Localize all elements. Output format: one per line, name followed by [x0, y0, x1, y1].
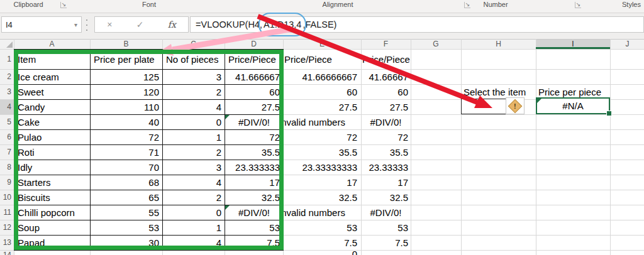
- cell-E9[interactable]: 17: [283, 175, 357, 190]
- cell-C11[interactable]: 0: [163, 205, 225, 220]
- cell-F1[interactable]: Price/Piece: [362, 49, 411, 69]
- cell-B7[interactable]: 71: [91, 145, 163, 160]
- cell-H4-input[interactable]: [461, 99, 506, 114]
- cell-C8[interactable]: 3: [163, 160, 225, 175]
- cell-B11[interactable]: 55: [91, 205, 163, 220]
- cell-D5[interactable]: #DIV/0!: [225, 115, 284, 130]
- cell-A6[interactable]: Pulao: [14, 130, 91, 145]
- cell-A5[interactable]: Cake: [14, 115, 91, 130]
- enter-icon[interactable]: ✓: [136, 19, 144, 30]
- cell-B13[interactable]: 30: [91, 236, 163, 251]
- row-header-2[interactable]: 2: [0, 69, 11, 84]
- cell-E2[interactable]: 41.66666667: [283, 69, 357, 84]
- cell-A3[interactable]: Sweet: [14, 85, 91, 100]
- cell-D3[interactable]: 60: [225, 85, 284, 100]
- column-header-I[interactable]: I: [536, 39, 610, 49]
- row-header-8[interactable]: 8: [0, 160, 11, 175]
- cell-F12[interactable]: 53: [361, 220, 408, 235]
- row-header-6[interactable]: 6: [0, 129, 11, 144]
- cell-F3[interactable]: 60: [361, 84, 408, 99]
- cell-H3[interactable]: Select the item: [464, 84, 536, 99]
- cell-E3[interactable]: 60: [283, 84, 357, 99]
- cell-B3[interactable]: 120: [91, 85, 163, 100]
- cell-I4-selected[interactable]: #N/A: [536, 97, 610, 114]
- cell-E11[interactable]: Invalid numbers: [279, 205, 360, 220]
- row-header-9[interactable]: 9: [0, 175, 11, 190]
- cell-F10[interactable]: 32.5: [361, 190, 408, 205]
- cell-F7[interactable]: 35.5: [361, 144, 408, 160]
- cell-B5[interactable]: 40: [91, 115, 163, 130]
- cell-A9[interactable]: Starters: [14, 175, 91, 190]
- cell-D10[interactable]: 32.5: [225, 190, 284, 205]
- clipboard-dialog-launcher-icon[interactable]: ↘: [60, 2, 67, 8]
- column-header-A[interactable]: A: [14, 39, 90, 49]
- cell-B8[interactable]: 70: [91, 160, 163, 175]
- number-dialog-launcher-icon[interactable]: ↘: [575, 2, 581, 8]
- cell-D2[interactable]: 41.666667: [225, 70, 284, 85]
- error-options-button[interactable]: !: [506, 97, 525, 114]
- cell-A13[interactable]: Papad: [14, 236, 91, 251]
- cell-C3[interactable]: 2: [163, 85, 225, 100]
- cell-D4[interactable]: 27.5: [225, 100, 284, 115]
- column-header-B[interactable]: B: [90, 39, 162, 49]
- cell-C5[interactable]: 0: [163, 115, 225, 130]
- row-header-12[interactable]: 12: [0, 220, 11, 235]
- chevron-down-icon[interactable]: ▾: [74, 21, 77, 28]
- cell-F11[interactable]: #DIV/0!: [361, 205, 411, 220]
- cell-C4[interactable]: 4: [163, 100, 225, 115]
- formula-input[interactable]: =VLOOKUP(H4,A1:D13,4,FALSE): [190, 16, 644, 33]
- cell-B4[interactable]: 110: [91, 100, 163, 115]
- cell-A1[interactable]: Item: [14, 50, 91, 70]
- row-header-13[interactable]: 13: [0, 235, 11, 250]
- cell-D8[interactable]: 23.333333: [225, 160, 284, 175]
- cell-E10[interactable]: 32.5: [283, 190, 357, 205]
- column-header-E[interactable]: E: [283, 39, 361, 49]
- cell-E4[interactable]: 27.5: [283, 99, 357, 114]
- cell-D1[interactable]: Price/Piece: [225, 50, 284, 70]
- cell-F9[interactable]: 17: [361, 175, 408, 190]
- row-header-14[interactable]: 14: [0, 250, 11, 255]
- cell-B9[interactable]: 68: [91, 175, 163, 190]
- cell-F4[interactable]: 27.5: [361, 99, 408, 114]
- cell-E13[interactable]: 7.5: [283, 235, 357, 250]
- cell-A10[interactable]: Biscuits: [14, 190, 91, 205]
- alignment-dialog-launcher-icon[interactable]: ↘: [464, 2, 470, 8]
- column-header-H[interactable]: H: [461, 39, 536, 49]
- cell-B10[interactable]: 65: [91, 190, 163, 205]
- cell-C13[interactable]: 4: [163, 236, 225, 251]
- cell-C1[interactable]: No of pieces: [163, 50, 225, 70]
- cell-A2[interactable]: Ice cream: [14, 70, 91, 85]
- insert-function-icon[interactable]: fx: [168, 19, 176, 30]
- row-header-3[interactable]: 3: [0, 84, 11, 99]
- cell-B12[interactable]: 53: [91, 220, 163, 236]
- cell-E5[interactable]: Invalid numbers: [279, 114, 360, 129]
- cell-D12[interactable]: 53: [225, 220, 284, 236]
- fill-handle[interactable]: [606, 111, 612, 116]
- cell-C10[interactable]: 2: [163, 190, 225, 205]
- cell-C9[interactable]: 4: [163, 175, 225, 190]
- cell-A11[interactable]: Chilli popcorn: [14, 205, 91, 220]
- cell-E6[interactable]: 72: [283, 129, 357, 144]
- cell-D11[interactable]: #DIV/0!: [225, 205, 284, 220]
- cell-A7[interactable]: Roti: [14, 145, 91, 160]
- cell-A12[interactable]: Soup: [14, 220, 91, 236]
- column-header-C[interactable]: C: [162, 39, 225, 49]
- cell-C7[interactable]: 2: [163, 145, 225, 160]
- cell-C12[interactable]: 1: [163, 220, 225, 236]
- cell-F8[interactable]: 23.33333: [361, 160, 408, 175]
- column-header-G[interactable]: G: [411, 39, 461, 49]
- cancel-icon[interactable]: ×: [107, 19, 112, 30]
- cell-E1[interactable]: Price/Piece: [284, 49, 360, 69]
- cell-E14[interactable]: 0: [283, 249, 357, 255]
- row-header-7[interactable]: 7: [0, 144, 11, 160]
- cell-A4[interactable]: Candy: [14, 100, 91, 115]
- row-header-11[interactable]: 11: [0, 205, 11, 220]
- cell-D7[interactable]: 35.5: [225, 145, 284, 160]
- cell-E12[interactable]: 53: [283, 220, 357, 235]
- row-header-1[interactable]: 1: [0, 49, 11, 69]
- cell-E7[interactable]: 35.5: [283, 144, 357, 160]
- cell-F5[interactable]: #DIV/0!: [361, 114, 411, 129]
- column-header-F[interactable]: F: [361, 39, 411, 49]
- cell-A8[interactable]: Idly: [14, 160, 91, 175]
- cell-F2[interactable]: 41.66667: [361, 69, 408, 84]
